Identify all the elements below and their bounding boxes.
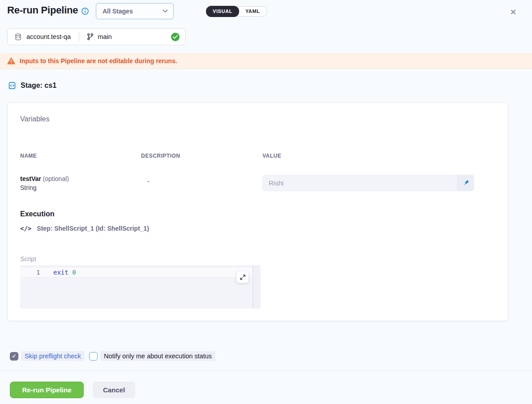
variable-description: - [147,178,150,185]
repository-icon [14,33,22,41]
column-header-description: DESCRIPTION [141,153,180,159]
stage-header: Stage: cs1 [8,81,56,90]
script-code-editor[interactable]: 1 exit 0 [20,265,261,309]
code-keyword: exit [53,269,69,276]
variables-section-title: Variables [20,115,50,123]
step-header: </> Step: ShellScript_1 (Id: ShellScript… [20,225,149,232]
skip-preflight-label: Skip preflight check [21,351,85,361]
variable-value-field-wrap [262,175,474,191]
warning-banner: Inputs to this Pipeline are not editable… [0,53,532,69]
notify-only-me-checkbox[interactable] [89,352,98,361]
custom-stage-icon [8,81,17,90]
column-header-name: NAME [20,153,37,159]
info-icon[interactable] [82,8,89,15]
notify-only-me-label: Notify only me about execution status [100,351,215,361]
tab-yaml[interactable]: YAML [239,6,267,17]
editor-scrollbar[interactable] [253,265,260,309]
cancel-button[interactable]: Cancel [93,382,135,398]
pin-icon[interactable] [457,175,474,191]
notify-only-me-option[interactable]: Notify only me about execution status [89,351,215,361]
line-number: 1 [36,269,40,276]
execution-section-title: Execution [20,210,54,218]
code-line: exit 0 [53,269,76,276]
stage-label: Stage: cs1 [21,82,56,90]
chip-divider [79,32,79,42]
stage-inputs-card: Variables NAME DESCRIPTION VALUE testVar… [7,102,508,321]
warning-triangle-icon [7,57,15,64]
view-mode-toggle: VISUAL YAML [206,6,267,17]
script-field-label: Script [20,255,36,262]
expand-editor-button[interactable] [236,271,249,283]
git-branch-icon [87,33,94,40]
variable-value-input[interactable] [263,175,474,191]
variable-name-cell: testVar (optional) String [20,174,69,192]
warning-message: Inputs to this Pipeline are not editable… [20,57,177,64]
variable-type: String [20,183,69,192]
column-header-value: VALUE [262,153,281,159]
repo-name: account.test-qa [26,33,71,40]
step-label: Step: ShellScript_1 (Id: ShellScript_1) [37,225,149,232]
variable-name: testVar [20,175,41,182]
close-icon[interactable]: ✕ [510,9,516,16]
expand-icon [240,275,245,280]
code-icon: </> [20,225,31,232]
footer-divider [0,370,532,371]
rerun-pipeline-button[interactable]: Re-run Pipeline [10,382,84,398]
pipeline-context-bar[interactable]: account.test-qa main [7,28,186,45]
tab-visual[interactable]: VISUAL [206,6,239,17]
code-number: 0 [72,269,76,276]
page-title: Re-run Pipeline [7,4,78,16]
check-circle-icon [171,33,180,41]
skip-preflight-option[interactable]: ✓ Skip preflight check [10,351,85,361]
skip-preflight-checkbox[interactable]: ✓ [10,352,18,361]
chevron-down-icon [163,9,168,13]
variable-optional-tag: (optional) [43,175,69,182]
stage-filter-select[interactable]: All Stages [96,3,174,19]
branch-name: main [98,33,112,40]
stage-filter-value: All Stages [103,8,133,15]
